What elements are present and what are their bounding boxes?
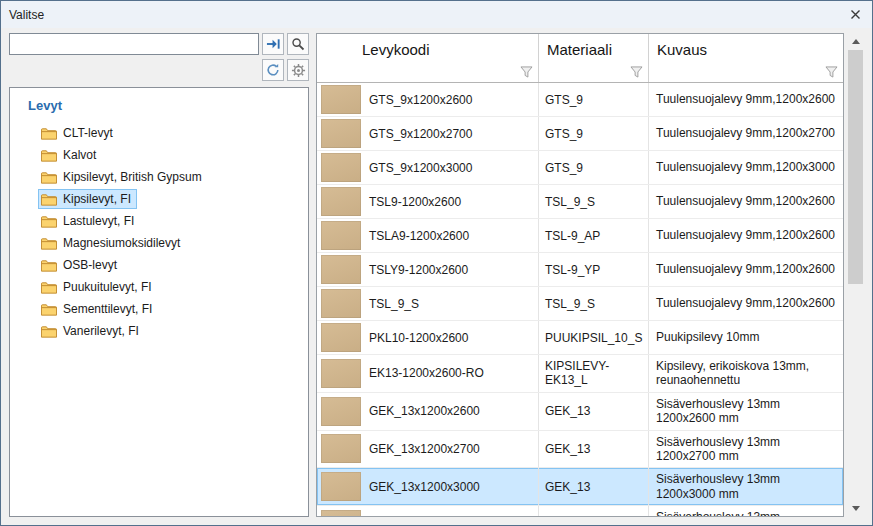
folder-icon	[41, 259, 57, 272]
apply-search-button[interactable]	[262, 33, 284, 55]
materials-table: Levykoodi Materiaali Kuvaus	[316, 33, 844, 517]
tree-item-highlight[interactable]: Magnesiumoksidilevyt	[38, 233, 186, 253]
cell-materiaali: TSL_9_S	[539, 185, 649, 218]
folder-icon	[41, 303, 57, 316]
left-panel: Levyt CLT-levyt	[9, 33, 309, 517]
tree-item[interactable]: Vanerilevyt, FI	[10, 320, 308, 342]
column-header-levykoodi[interactable]: Levykoodi	[317, 34, 539, 82]
tree-item-highlight[interactable]: Kalvot	[38, 145, 102, 165]
tree-item-highlight[interactable]: Kipsilevyt, FI	[38, 189, 137, 209]
gear-icon	[291, 63, 306, 78]
filter-icon[interactable]	[630, 66, 643, 78]
cell-materiaali: GTS_9	[539, 83, 649, 116]
table-row[interactable]: TSLY9-1200x2600 TSL-9_YP Tuulensuojalevy…	[317, 253, 843, 287]
close-button[interactable]	[844, 5, 866, 25]
folder-icon	[41, 171, 57, 184]
category-tree: Levyt CLT-levyt	[9, 87, 309, 517]
material-thumbnail	[321, 221, 361, 250]
table-row[interactable]: PKL10-1200x2600 PUUKIPSIL_10_S Puukipsil…	[317, 321, 843, 355]
tree-item-highlight[interactable]: Puukuitulevyt, FI	[38, 277, 158, 297]
column-header-materiaali[interactable]: Materiaali	[539, 34, 649, 82]
tree-item[interactable]: OSB-levyt	[10, 254, 308, 276]
material-thumbnail	[321, 510, 361, 516]
tree-root-label[interactable]: Levyt	[10, 96, 308, 122]
triangle-up-icon	[852, 39, 860, 44]
column-label: Materiaali	[547, 41, 612, 58]
scroll-down-button[interactable]	[847, 500, 864, 517]
thumbnail-cell	[317, 431, 363, 468]
folder-icon	[41, 215, 57, 228]
table-row[interactable]: GEK_13x1200x2700 GEK_13 Sisäverhouslevy …	[317, 431, 843, 469]
titlebar[interactable]: Valitse	[1, 1, 872, 28]
folder-icon	[41, 193, 57, 206]
search-input[interactable]	[9, 33, 259, 55]
cell-kuvaus: Puukipsilevy 10mm	[649, 321, 843, 354]
tree-item-highlight[interactable]: Vanerilevyt, FI	[38, 321, 145, 341]
cell-levykoodi: TSL_9_S	[363, 287, 539, 320]
search-button[interactable]	[287, 33, 309, 55]
column-header-kuvaus[interactable]: Kuvaus	[649, 34, 843, 82]
table-body: GTS_9x1200x2600 GTS_9 Tuulensuojalevy 9m…	[317, 83, 843, 516]
scrollbar-track[interactable]	[847, 50, 864, 500]
cell-levykoodi: TSL9-1200x2600	[363, 185, 539, 218]
tree-item-highlight[interactable]: Kipsilevyt, British Gypsum	[38, 167, 208, 187]
tree-item[interactable]: Kipsilevyt, FI	[10, 188, 308, 210]
material-thumbnail	[321, 153, 361, 182]
tree-item[interactable]: Kipsilevyt, British Gypsum	[10, 166, 308, 188]
cell-materiaali: GTS_9	[539, 151, 649, 184]
tree-item-label: Kipsilevyt, British Gypsum	[63, 170, 202, 184]
thumbnail-cell	[317, 151, 363, 184]
material-thumbnail	[321, 323, 361, 352]
thumbnail-cell	[317, 253, 363, 286]
table-row[interactable]: GEK_13x1200x2600 GEK_13 Sisäverhouslevy …	[317, 393, 843, 431]
tree-item[interactable]: Puukuitulevyt, FI	[10, 276, 308, 298]
cell-materiaali: GEN_13	[539, 506, 649, 516]
dialog-content: Levyt CLT-levyt	[1, 28, 872, 525]
cell-levykoodi: GEK_13x1200x2600	[363, 393, 539, 430]
table-row[interactable]: GTS_9x1200x3000 GTS_9 Tuulensuojalevy 9m…	[317, 151, 843, 185]
tree-item[interactable]: Lastulevyt, FI	[10, 210, 308, 232]
vertical-scrollbar[interactable]	[847, 33, 864, 517]
table-row[interactable]: GTS_9x1200x2600 GTS_9 Tuulensuojalevy 9m…	[317, 83, 843, 117]
tree-item[interactable]: Sementtilevyt, FI	[10, 298, 308, 320]
folder-icon	[41, 281, 57, 294]
tree-item-highlight[interactable]: CLT-levyt	[38, 123, 119, 143]
magnifier-icon	[291, 37, 305, 51]
cell-kuvaus: Kipsilevy, erikoiskova 13mm, reunaohenne…	[649, 355, 843, 392]
cell-materiaali: GEK_13	[539, 431, 649, 468]
thumbnail-cell	[317, 83, 363, 116]
cell-levykoodi: PKL10-1200x2600	[363, 321, 539, 354]
cell-levykoodi: EK13-1200x2600-RO	[363, 355, 539, 392]
tree-item[interactable]: CLT-levyt	[10, 122, 308, 144]
scrollbar-thumb[interactable]	[848, 50, 863, 284]
material-thumbnail	[321, 289, 361, 318]
refresh-button[interactable]	[262, 59, 284, 81]
table-row[interactable]: GEN_13x1200x2600 GEN_13 Sisäverhouslevy …	[317, 506, 843, 516]
scroll-up-button[interactable]	[847, 33, 864, 50]
triangle-down-icon	[852, 506, 860, 511]
table-row[interactable]: TSL_9_S TSL_9_S Tuulensuojalevy 9mm,1200…	[317, 287, 843, 321]
tree-item-label: Vanerilevyt, FI	[63, 324, 139, 338]
tree-item-highlight[interactable]: OSB-levyt	[38, 255, 123, 275]
tree-item-label: Lastulevyt, FI	[63, 214, 134, 228]
tree-item-highlight[interactable]: Sementtilevyt, FI	[38, 299, 158, 319]
table-row[interactable]: GTS_9x1200x2700 GTS_9 Tuulensuojalevy 9m…	[317, 117, 843, 151]
tree-item[interactable]: Magnesiumoksidilevyt	[10, 232, 308, 254]
arrow-right-icon	[266, 37, 281, 51]
tree-item-highlight[interactable]: Lastulevyt, FI	[38, 211, 140, 231]
table-row[interactable]: EK13-1200x2600-RO KIPSILEVY-EK13_L Kipsi…	[317, 355, 843, 393]
cell-kuvaus: Tuulensuojalevy 9mm,1200x2600	[649, 287, 843, 320]
tree-item-label: CLT-levyt	[63, 126, 113, 140]
table-row[interactable]: TSL9-1200x2600 TSL_9_S Tuulensuojalevy 9…	[317, 185, 843, 219]
settings-button[interactable]	[287, 59, 309, 81]
table-row[interactable]: GEK_13x1200x3000 GEK_13 Sisäverhouslevy …	[317, 468, 843, 506]
window-title: Valitse	[9, 8, 844, 22]
tree-item[interactable]: Kalvot	[10, 144, 308, 166]
cell-kuvaus: Sisäverhouslevy 13mm 1200x3000 mm	[649, 468, 843, 505]
cell-kuvaus: Tuulensuojalevy 9mm,1200x2600	[649, 83, 843, 116]
table-row[interactable]: TSLA9-1200x2600 TSL-9_AP Tuulensuojalevy…	[317, 219, 843, 253]
filter-icon[interactable]	[520, 66, 533, 78]
filter-icon[interactable]	[825, 66, 838, 78]
cell-materiaali: TSL-9_AP	[539, 219, 649, 252]
thumbnail-cell	[317, 185, 363, 218]
